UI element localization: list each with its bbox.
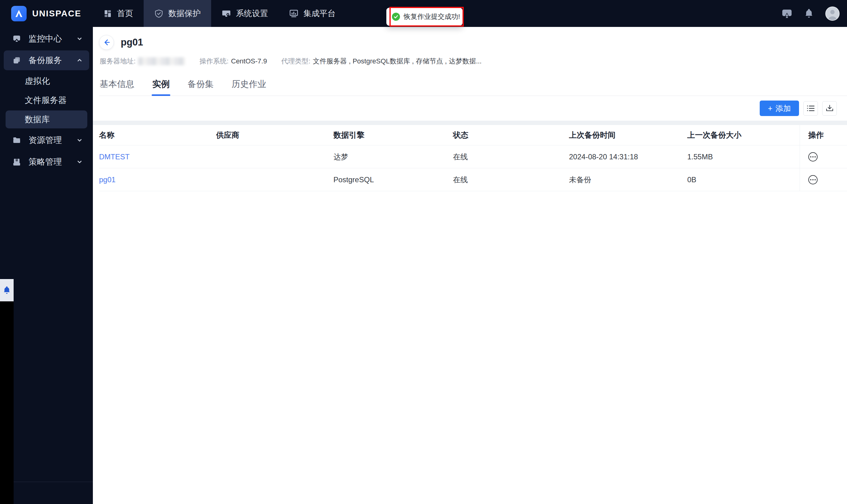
chevron-down-icon xyxy=(76,137,83,144)
more-actions-button[interactable] xyxy=(808,152,817,162)
column-header-engine: 数据引擎 xyxy=(333,130,453,140)
add-button[interactable]: + 添加 xyxy=(760,101,799,116)
engine-cell: 达梦 xyxy=(333,152,453,162)
page-title: pg01 xyxy=(121,37,143,48)
avatar[interactable] xyxy=(825,6,840,21)
sidebar-subitem-virtualization[interactable]: 虚拟化 xyxy=(5,72,87,90)
sidebar-item-label: 策略管理 xyxy=(29,156,62,167)
tab-backup-sets[interactable]: 备份集 xyxy=(187,75,214,95)
sidebar-subitem-label: 文件服务器 xyxy=(25,95,67,106)
column-header-operation: 操作 xyxy=(800,125,847,145)
tab-instances[interactable]: 实例 xyxy=(152,75,170,95)
monitor-icon xyxy=(12,34,22,43)
instances-table: 名称 供应商 数据引擎 状态 上次备份时间 上一次备份大小 操作 DMTEST … xyxy=(93,125,847,191)
bell-widget-icon xyxy=(3,286,11,294)
sidebar: 监控中心 备份服务 虚拟化 文件服务器 数据库 资源管理 策略管理 xyxy=(0,27,93,504)
last-backup-size-cell: 0B xyxy=(687,176,800,184)
sidebar-item-label: 监控中心 xyxy=(29,33,62,44)
server-address-redacted xyxy=(138,57,185,65)
sidebar-subitem-database[interactable]: 数据库 xyxy=(5,110,87,128)
sidebar-subitem-label: 数据库 xyxy=(25,114,50,125)
brand-name: UNISPACE xyxy=(32,9,82,19)
table-row: DMTEST 达梦 在线 2024-08-20 14:31:18 1.55MB xyxy=(99,145,847,168)
page-header: pg01 服务器地址: 操作系统: CentOS-7.9 代理类型: 文件服务器… xyxy=(93,27,847,66)
status-cell: 在线 xyxy=(453,152,569,162)
server-info-row: 服务器地址: 操作系统: CentOS-7.9 代理类型: 文件服务器 , Po… xyxy=(100,57,847,66)
server-address-label: 服务器地址: xyxy=(100,57,136,66)
home-grid-icon xyxy=(103,9,112,18)
plus-icon: + xyxy=(768,104,772,113)
last-backup-time-cell: 2024-08-20 14:31:18 xyxy=(569,152,687,161)
download-icon xyxy=(826,104,834,112)
agent-type-label: 代理类型: xyxy=(281,57,310,66)
column-header-vendor: 供应商 xyxy=(216,130,333,140)
archive-icon xyxy=(12,158,22,166)
back-button[interactable] xyxy=(99,35,114,50)
topnav-label: 首页 xyxy=(117,8,133,19)
column-header-last-backup-size: 上一次备份大小 xyxy=(687,130,800,140)
os-value: CentOS-7.9 xyxy=(231,57,267,65)
sidebar-subitem-file-server[interactable]: 文件服务器 xyxy=(5,91,87,109)
topnav-item-system-settings[interactable]: 系统设置 xyxy=(211,0,279,27)
table-header-row: 名称 供应商 数据引擎 状态 上次备份时间 上一次备份大小 操作 xyxy=(99,125,847,145)
main-content: pg01 服务器地址: 操作系统: CentOS-7.9 代理类型: 文件服务器… xyxy=(93,27,847,504)
folder-icon xyxy=(12,136,22,144)
toast-container: 恢复作业提交成功! xyxy=(386,8,462,26)
export-button[interactable] xyxy=(822,101,837,116)
topbar-right-actions xyxy=(781,0,847,27)
notification-widget-tab[interactable] xyxy=(0,279,14,301)
sidebar-item-backup-services[interactable]: 备份服务 xyxy=(4,50,89,70)
chevron-down-icon xyxy=(76,158,83,165)
sidebar-subitem-label: 虚拟化 xyxy=(25,75,50,87)
chevron-down-icon xyxy=(76,35,83,42)
column-header-last-backup-time: 上次备份时间 xyxy=(569,130,687,140)
sidebar-bottom-divider xyxy=(14,482,93,482)
engine-cell: PostgreSQL xyxy=(333,176,453,184)
topnav-label: 集成平台 xyxy=(303,8,336,19)
instance-name-link[interactable]: DMTEST xyxy=(99,152,130,161)
system-settings-icon xyxy=(222,9,231,18)
topnav-item-home[interactable]: 首页 xyxy=(93,0,144,27)
list-icon xyxy=(807,105,815,112)
add-button-label: 添加 xyxy=(776,103,791,113)
status-cell: 在线 xyxy=(453,175,569,185)
black-strip xyxy=(0,301,14,504)
copy-icon xyxy=(12,56,22,65)
chevron-up-icon xyxy=(76,57,83,64)
topnav-item-integration-platform[interactable]: 集成平台 xyxy=(279,0,346,27)
last-backup-time-cell: 未备份 xyxy=(569,175,687,185)
topnav-item-data-protection[interactable]: 数据保护 xyxy=(144,0,211,27)
unispace-logo-icon xyxy=(11,6,27,21)
brand: UNISPACE xyxy=(0,0,93,27)
section-separator xyxy=(93,121,847,125)
last-backup-size-cell: 1.55MB xyxy=(687,152,800,161)
bell-icon[interactable] xyxy=(804,8,814,19)
sidebar-item-monitoring-center[interactable]: 监控中心 xyxy=(4,29,89,49)
table-row: pg01 PostgreSQL 在线 未备份 0B xyxy=(99,168,847,191)
tab-history-jobs[interactable]: 历史作业 xyxy=(231,75,267,95)
detail-tabs: 基本信息 实例 备份集 历史作业 xyxy=(99,75,847,96)
sidebar-item-policy-management[interactable]: 策略管理 xyxy=(4,152,89,172)
sidebar-item-label: 备份服务 xyxy=(29,55,62,66)
table-toolbar: + 添加 xyxy=(93,96,847,121)
screen-share-icon[interactable] xyxy=(781,8,793,19)
shield-check-icon xyxy=(154,9,163,18)
success-check-icon xyxy=(392,13,400,21)
agent-type-value: 文件服务器 , PostgreSQL数据库 , 存储节点 , 达梦数据... xyxy=(313,57,482,66)
success-toast: 恢复作业提交成功! xyxy=(386,8,462,26)
sidebar-item-resource-management[interactable]: 资源管理 xyxy=(4,130,89,150)
toast-message: 恢复作业提交成功! xyxy=(404,12,460,21)
os-label: 操作系统: xyxy=(199,57,228,66)
instance-name-link[interactable]: pg01 xyxy=(99,176,116,184)
topnav-label: 系统设置 xyxy=(236,8,268,19)
column-header-name: 名称 xyxy=(99,130,216,140)
more-actions-button[interactable] xyxy=(808,175,817,184)
tab-basic-info[interactable]: 基本信息 xyxy=(99,75,135,95)
integration-chart-icon xyxy=(289,9,298,18)
top-navigation: 首页 数据保护 系统设置 集成平台 xyxy=(93,0,346,27)
sidebar-item-label: 资源管理 xyxy=(29,134,62,146)
topnav-label: 数据保护 xyxy=(169,8,200,19)
column-settings-button[interactable] xyxy=(804,101,818,116)
column-header-status: 状态 xyxy=(453,130,569,140)
